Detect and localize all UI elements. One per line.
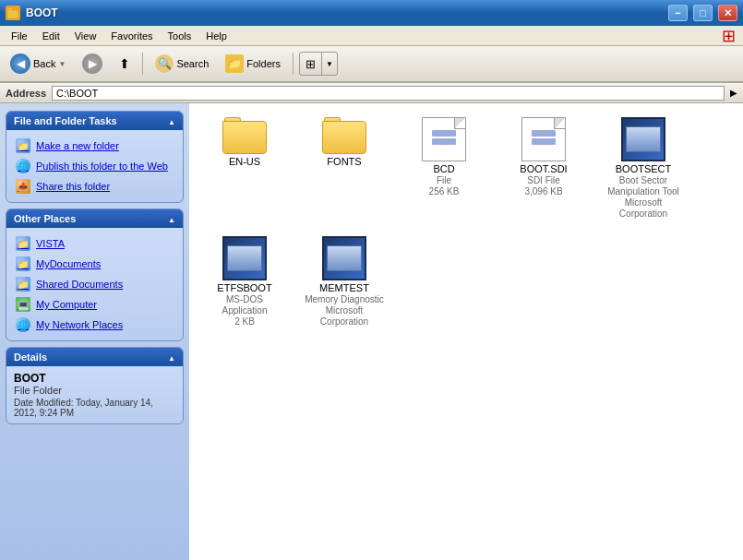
search-icon: 🔍 bbox=[155, 54, 174, 73]
back-icon: ◀ bbox=[10, 54, 30, 74]
details-date: Date Modified: Today, January 14, 2012, … bbox=[14, 398, 175, 418]
content-area: EN-US FONTS BCD bbox=[189, 103, 743, 560]
my-network-places-label: My Network Places bbox=[36, 319, 123, 330]
my-network-places-link[interactable]: 🌐 My Network Places bbox=[10, 315, 179, 335]
toolbar-separator-1 bbox=[142, 53, 143, 75]
shared-documents-label: Shared Documents bbox=[36, 279, 123, 290]
up-icon: ⬆ bbox=[119, 56, 130, 71]
app-icon bbox=[222, 236, 267, 280]
details-header[interactable]: Details bbox=[6, 348, 183, 366]
list-item[interactable]: MEMTEST Memory DiagnosticMicrosoft Corpo… bbox=[298, 232, 390, 332]
file-name: ETFSBOOT bbox=[217, 282, 271, 294]
other-places-section: Other Places 📁 VISTA 📁 MyDocuments 📁 Sha… bbox=[6, 209, 184, 341]
forward-button[interactable]: ▶ bbox=[76, 50, 109, 77]
file-folder-tasks-title: File and Folder Tasks bbox=[14, 115, 117, 126]
details-content: BOOT File Folder Date Modified: Today, J… bbox=[6, 366, 183, 423]
my-network-icon: 🌐 bbox=[16, 317, 30, 332]
menu-tools[interactable]: Tools bbox=[161, 29, 199, 43]
list-item[interactable]: FONTS bbox=[298, 113, 390, 224]
my-computer-icon: 💻 bbox=[16, 297, 30, 312]
svg-rect-5 bbox=[532, 130, 556, 137]
views-button[interactable]: ⊞ ▼ bbox=[299, 52, 338, 76]
shared-documents-link[interactable]: 📁 Shared Documents bbox=[10, 274, 179, 294]
file-name: FONTS bbox=[327, 156, 361, 168]
file-details: Boot Sector Manipulation ToolMicrosoft C… bbox=[602, 175, 685, 220]
share-folder-link[interactable]: 📤 Share this folder bbox=[10, 176, 179, 197]
folders-label: Folders bbox=[246, 58, 281, 69]
publish-folder-label: Publish this folder to the Web bbox=[36, 161, 168, 172]
search-button[interactable]: 🔍 Search bbox=[149, 50, 215, 77]
list-item[interactable]: BOOT.SDI SDI File3,096 KB bbox=[497, 113, 590, 224]
list-item[interactable]: BCD File256 KB bbox=[398, 113, 490, 224]
maximize-button[interactable]: □ bbox=[693, 5, 713, 21]
details-name: BOOT bbox=[14, 372, 175, 385]
vista-link[interactable]: 📁 VISTA bbox=[10, 233, 179, 254]
toolbar: ◀ Back ▼ ▶ ⬆ 🔍 Search 📁 Folders ⊞ ▼ bbox=[0, 46, 743, 83]
menu-file[interactable]: File bbox=[4, 29, 35, 43]
address-label: Address bbox=[6, 88, 46, 99]
file-details: MS-DOS Application2 KB bbox=[203, 294, 286, 328]
address-bar: Address ▶ bbox=[0, 83, 743, 103]
my-computer-label: My Computer bbox=[36, 299, 97, 310]
up-button[interactable]: ⬆ bbox=[113, 50, 137, 77]
left-panel: File and Folder Tasks 📁 Make a new folde… bbox=[0, 103, 189, 560]
file-name: MEMTEST bbox=[319, 282, 369, 294]
menu-view[interactable]: View bbox=[67, 29, 104, 43]
views-icon: ⊞ bbox=[300, 53, 322, 75]
search-label: Search bbox=[176, 58, 209, 69]
list-item[interactable]: ETFSBOOT MS-DOS Application2 KB bbox=[198, 232, 291, 332]
title-bar: BOOT − □ ✕ bbox=[0, 0, 743, 26]
file-icon bbox=[521, 117, 566, 161]
file-folder-tasks-section: File and Folder Tasks 📁 Make a new folde… bbox=[6, 111, 184, 203]
svg-rect-6 bbox=[532, 138, 556, 145]
other-places-chevron bbox=[168, 213, 175, 224]
menu-bar: File Edit View Favorites Tools Help ⊞ bbox=[0, 26, 743, 46]
other-places-title: Other Places bbox=[14, 213, 76, 224]
list-item[interactable]: BOOTSECT Boot Sector Manipulation ToolMi… bbox=[597, 113, 689, 224]
file-name: BOOTSECT bbox=[616, 163, 672, 175]
address-input[interactable] bbox=[52, 86, 725, 101]
file-name: BOOT.SDI bbox=[520, 163, 567, 175]
folders-button[interactable]: 📁 Folders bbox=[219, 50, 287, 77]
file-details: SDI File3,096 KB bbox=[524, 175, 562, 197]
vista-label: VISTA bbox=[36, 238, 65, 249]
file-folder-tasks-content: 📁 Make a new folder 🌐 Publish this folde… bbox=[6, 130, 183, 202]
publish-icon: 🌐 bbox=[16, 159, 30, 173]
shared-documents-icon: 📁 bbox=[16, 277, 30, 292]
make-folder-icon: 📁 bbox=[16, 138, 30, 153]
folder-icon bbox=[322, 117, 366, 154]
mydocuments-label: MyDocuments bbox=[36, 258, 101, 269]
back-button[interactable]: ◀ Back ▼ bbox=[4, 50, 72, 77]
menu-edit[interactable]: Edit bbox=[35, 29, 67, 43]
menu-help[interactable]: Help bbox=[198, 29, 234, 43]
menu-favorites[interactable]: Favorites bbox=[103, 29, 160, 43]
folder-icon bbox=[222, 117, 267, 154]
window-title: BOOT bbox=[26, 6, 663, 19]
toolbar-separator-2 bbox=[293, 53, 294, 75]
file-name: EN-US bbox=[229, 156, 260, 168]
share-icon: 📤 bbox=[16, 179, 30, 194]
minimize-button[interactable]: − bbox=[668, 5, 688, 21]
details-section: Details BOOT File Folder Date Modified: … bbox=[6, 347, 184, 424]
details-chevron bbox=[168, 351, 175, 363]
file-icon bbox=[422, 117, 466, 161]
file-folder-tasks-chevron bbox=[168, 115, 175, 126]
other-places-header[interactable]: Other Places bbox=[6, 209, 183, 228]
views-dropdown-arrow[interactable]: ▼ bbox=[322, 53, 337, 75]
make-new-folder-label: Make a new folder bbox=[36, 140, 119, 151]
svg-rect-4 bbox=[432, 138, 456, 145]
close-button[interactable]: ✕ bbox=[718, 5, 737, 21]
folders-icon: 📁 bbox=[225, 54, 244, 73]
share-folder-label: Share this folder bbox=[36, 181, 110, 192]
list-item[interactable]: EN-US bbox=[198, 113, 291, 224]
files-grid: EN-US FONTS BCD bbox=[198, 113, 734, 332]
main-container: File and Folder Tasks 📁 Make a new folde… bbox=[0, 103, 743, 560]
file-folder-tasks-header[interactable]: File and Folder Tasks bbox=[6, 112, 183, 130]
mydocuments-link[interactable]: 📁 MyDocuments bbox=[10, 254, 179, 274]
window-icon bbox=[6, 6, 20, 20]
svg-rect-3 bbox=[432, 130, 456, 137]
publish-folder-link[interactable]: 🌐 Publish this folder to the Web bbox=[10, 156, 179, 176]
make-new-folder-link[interactable]: 📁 Make a new folder bbox=[10, 136, 179, 156]
my-computer-link[interactable]: 💻 My Computer bbox=[10, 294, 179, 315]
file-details: Memory DiagnosticMicrosoft Corporation bbox=[303, 294, 386, 328]
